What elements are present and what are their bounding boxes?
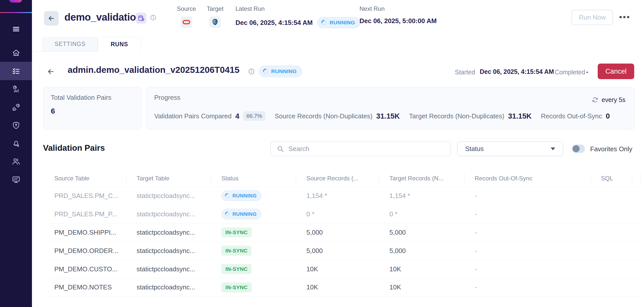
completed-value: - bbox=[586, 68, 588, 75]
cell-out-of-sync: - bbox=[464, 210, 590, 218]
menu-toggle-button[interactable] bbox=[0, 20, 32, 38]
table-row[interactable]: PRD_SALES.PM_C... statictpccloadsync... … bbox=[45, 186, 641, 205]
spinner-icon bbox=[263, 68, 269, 74]
security-shield-icon bbox=[12, 121, 20, 130]
schedule-button[interactable] bbox=[136, 13, 146, 24]
table-row[interactable]: PM_DEMO.ORDER... statictpccloadsync... I… bbox=[45, 241, 641, 260]
cell-target-records: 10K bbox=[379, 283, 464, 291]
cell-status: RUNNING bbox=[211, 190, 296, 201]
menu-icon bbox=[12, 25, 20, 33]
cell-target-records: 5,000 bbox=[379, 247, 464, 255]
sidebar bbox=[0, 0, 32, 307]
progress-metrics: Validation Pairs Compared 4 66.7% Source… bbox=[154, 111, 610, 121]
col-status[interactable]: Status bbox=[211, 175, 296, 182]
metric-label: Records Out-of-Sync bbox=[541, 112, 602, 120]
metric-value: 31.15K bbox=[376, 112, 400, 120]
cell-source-records: 1,154 * bbox=[296, 192, 379, 200]
latest-run-status-text: RUNNING bbox=[330, 20, 355, 26]
cell-source-records: 5,000 bbox=[296, 247, 379, 255]
info-icon[interactable] bbox=[150, 14, 156, 21]
cell-target-table: statictpccloadsync... bbox=[126, 210, 211, 218]
validation-pairs-table: Source Table Target Table Status Source … bbox=[45, 170, 641, 296]
cell-target-records: 1,154 * bbox=[379, 192, 464, 200]
sidebar-item-alerts[interactable] bbox=[0, 134, 32, 152]
col-out-of-sync[interactable]: Records Out-Of-Sync bbox=[464, 175, 590, 182]
run-back-button[interactable] bbox=[47, 68, 55, 76]
validation-pairs-title: Validation Pairs bbox=[43, 143, 105, 153]
cell-target-records: 5,000 bbox=[379, 229, 464, 236]
metric-value: 0 bbox=[606, 112, 610, 120]
status-badge: RUNNING bbox=[221, 209, 261, 219]
total-pairs-value: 6 bbox=[51, 107, 55, 115]
run-info-icon[interactable] bbox=[248, 68, 255, 75]
run-now-button[interactable]: Run Now bbox=[572, 10, 613, 25]
cell-target-table: statictpccloadsync... bbox=[126, 192, 211, 200]
target-db-block: Target bbox=[206, 5, 224, 28]
arrow-left-icon bbox=[48, 15, 55, 22]
monitoring-icon bbox=[12, 85, 20, 93]
metric-label: Validation Pairs Compared bbox=[154, 112, 231, 120]
next-run-block: Next Run Dec 06, 2025, 5:00:00 AM bbox=[359, 5, 437, 25]
target-db-chip[interactable] bbox=[209, 16, 221, 28]
latest-run-block: Latest Run Dec 06, 2025, 4:15:54 AM RUNN… bbox=[235, 5, 360, 28]
col-target-records[interactable]: Target Records (N... bbox=[379, 175, 464, 182]
next-run-value: Dec 06, 2025, 5:00:00 AM bbox=[359, 17, 437, 25]
more-menu-button[interactable] bbox=[618, 14, 630, 20]
table-row[interactable]: PM_DEMO.CUSTO... statictpccloadsync... I… bbox=[45, 260, 641, 278]
source-db-chip[interactable] bbox=[181, 16, 192, 28]
cell-source-records: 5,000 bbox=[296, 229, 379, 236]
cell-source-table: PM_DEMO.NOTES bbox=[45, 283, 126, 291]
cell-target-records: 0 * bbox=[379, 210, 464, 218]
refresh-interval-text: every 5s bbox=[602, 96, 625, 104]
cell-out-of-sync: - bbox=[464, 247, 590, 255]
refresh-interval: every 5s bbox=[592, 96, 625, 104]
back-button[interactable] bbox=[44, 11, 59, 26]
col-source-table[interactable]: Source Table bbox=[45, 175, 126, 182]
cell-target-table: statictpccloadsync... bbox=[126, 247, 211, 255]
tab-runs[interactable]: RUNS bbox=[98, 37, 141, 52]
col-sql[interactable]: SQL bbox=[590, 175, 632, 182]
sidebar-item-connections[interactable] bbox=[0, 98, 32, 116]
users-icon bbox=[12, 157, 20, 166]
cell-status: IN-SYNC bbox=[211, 227, 296, 237]
sidebar-item-dashboards[interactable] bbox=[0, 170, 32, 189]
status-filter-dropdown[interactable]: Status bbox=[457, 141, 563, 156]
sidebar-item-validations[interactable] bbox=[0, 62, 32, 80]
search-input[interactable] bbox=[289, 145, 439, 153]
spinner-icon bbox=[225, 193, 230, 198]
spinner-icon bbox=[321, 20, 327, 26]
started-label: Started bbox=[455, 69, 475, 76]
sidebar-item-monitoring[interactable] bbox=[0, 80, 32, 98]
metric-percent-chip: 66.7% bbox=[243, 111, 265, 121]
cell-status: IN-SYNC bbox=[211, 246, 296, 256]
sidebar-item-users[interactable] bbox=[0, 152, 32, 171]
latest-run-status-badge: RUNNING bbox=[317, 17, 360, 28]
progress-label: Progress bbox=[154, 94, 180, 101]
progress-card: Progress every 5s Validation Pairs Compa… bbox=[146, 87, 635, 130]
cell-target-table: statictpccloadsync... bbox=[126, 229, 211, 236]
metric-source-records: Source Records (Non-Duplicates) 31.15K bbox=[275, 112, 400, 120]
cell-source-table: PM_DEMO.CUSTO... bbox=[45, 265, 126, 273]
cell-status: IN-SYNC bbox=[211, 282, 296, 292]
favorites-toggle[interactable] bbox=[572, 144, 585, 153]
col-target-table[interactable]: Target Table bbox=[126, 175, 211, 182]
cell-source-table: PRD_SALES.PM_P... bbox=[45, 210, 126, 218]
table-row[interactable]: PRD_SALES.PM_P... statictpccloadsync... … bbox=[45, 205, 641, 223]
cancel-run-button[interactable]: Cancel bbox=[598, 64, 634, 79]
sidebar-item-home[interactable] bbox=[0, 44, 32, 62]
cell-source-table: PM_DEMO.SHIPPI... bbox=[45, 229, 126, 236]
cell-status: IN-SYNC bbox=[211, 264, 296, 274]
search-box bbox=[270, 141, 451, 156]
ellipsis-icon bbox=[619, 15, 630, 19]
run-status-text: RUNNING bbox=[271, 68, 297, 74]
tab-settings[interactable]: SETTINGS bbox=[42, 37, 98, 51]
cell-status: RUNNING bbox=[211, 209, 296, 219]
spinner-icon bbox=[225, 211, 230, 217]
cell-out-of-sync: - bbox=[464, 265, 590, 273]
table-row[interactable]: PM_DEMO.SHIPPI... statictpccloadsync... … bbox=[45, 223, 641, 241]
col-source-records[interactable]: Source Records (... bbox=[296, 175, 379, 182]
cell-source-records: 10K bbox=[296, 265, 379, 273]
sidebar-item-security[interactable] bbox=[0, 116, 32, 134]
cell-out-of-sync: - bbox=[464, 229, 590, 236]
table-row[interactable]: PM_DEMO.NOTES statictpccloadsync... IN-S… bbox=[45, 278, 641, 296]
